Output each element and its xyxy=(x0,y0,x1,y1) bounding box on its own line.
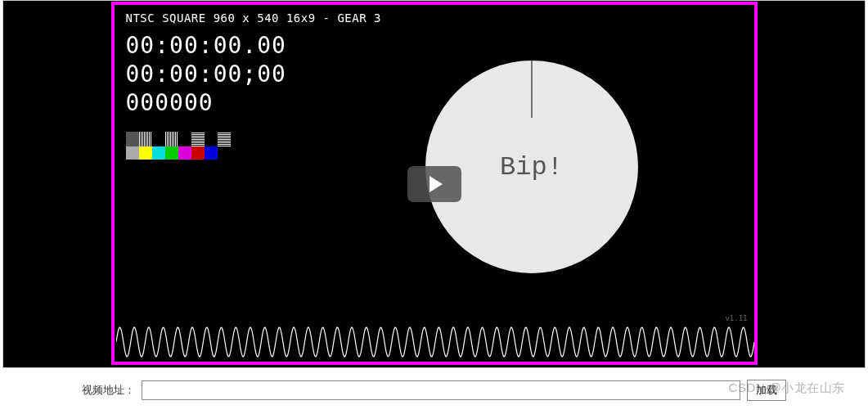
play-button[interactable] xyxy=(407,166,461,202)
audio-waveform xyxy=(116,326,754,358)
color-bars xyxy=(126,132,231,160)
timecode-real: 00:00:00.00 xyxy=(126,31,754,60)
video-player-container: NTSC SQUARE 960 x 540 16x9 - GEAR 3 00:0… xyxy=(2,0,866,368)
timecode-drop: 00:00:00;00 xyxy=(126,60,754,88)
video-header-text: NTSC SQUARE 960 x 540 16x9 - GEAR 3 xyxy=(115,5,754,25)
load-button[interactable]: 加载 xyxy=(747,380,786,401)
version-label: v1.11 xyxy=(725,314,747,322)
circle-needle xyxy=(531,61,532,118)
url-label: 视频地址： xyxy=(82,383,135,398)
video-url-input[interactable] xyxy=(142,380,740,400)
timecode-block: 00:00:00.00 00:00:00;00 000000 xyxy=(115,25,754,117)
controls-row: 视频地址： 加载 xyxy=(0,368,868,401)
play-icon xyxy=(430,176,443,192)
circle-text: Bip! xyxy=(500,152,563,182)
